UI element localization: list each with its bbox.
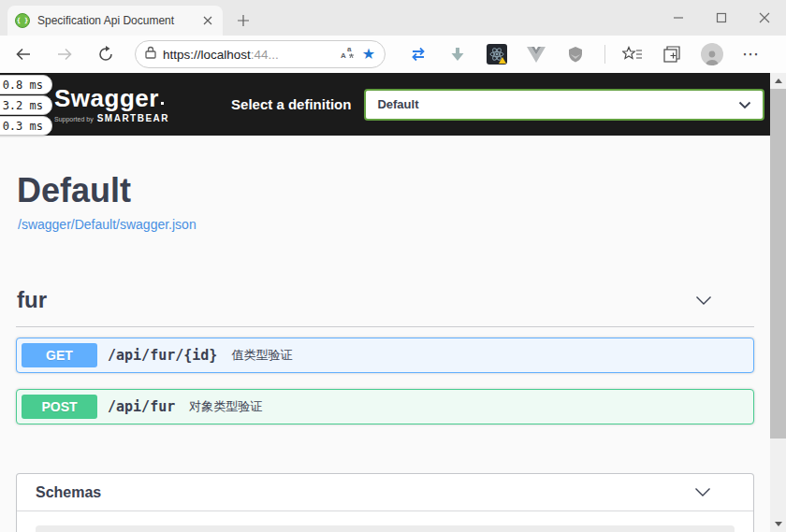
window-minimize-icon[interactable] [657, 0, 700, 36]
schemas-title: Schemas [36, 484, 101, 501]
operation-row-get[interactable]: GET /api/fur/{id} 值类型验证 [16, 338, 754, 373]
new-tab-button[interactable] [232, 9, 255, 32]
tab-title: Specification Api Document [37, 14, 193, 27]
spec-json-link[interactable]: /swagger/Default/swagger.json [18, 217, 196, 232]
schemas-header[interactable]: Schemas [17, 474, 753, 511]
operation-description: 值类型验证 [231, 347, 292, 364]
browser-tab[interactable]: { } Specification Api Document [7, 6, 223, 36]
profile-avatar[interactable] [701, 43, 723, 65]
swagger-logo-text: Swagger [54, 84, 159, 112]
window-controls [657, 0, 786, 36]
page-title: Default [17, 171, 754, 210]
collections-icon[interactable] [662, 44, 682, 65]
favorite-star-icon[interactable]: ★ [362, 47, 375, 62]
schemas-section: Schemas [16, 473, 754, 532]
definition-select-value: Default [377, 97, 738, 111]
address-bar[interactable]: https://localhost:44... a A ★ [135, 40, 386, 68]
svg-text:a: a [347, 45, 352, 53]
perf-badge: 0.3 ms [0, 116, 52, 136]
smartbear-brand: SMARTBEAR [97, 114, 169, 123]
schemas-chevron-down-icon[interactable] [694, 487, 711, 497]
swagger-logo-tm-dot [161, 102, 164, 105]
lock-icon[interactable] [145, 46, 156, 63]
operation-path: /api/fur/{id} [108, 347, 217, 364]
page-scrollbar[interactable] [770, 73, 786, 532]
select-definition-label: Select a definition [231, 96, 351, 112]
favorites-bar-icon[interactable] [622, 44, 643, 65]
tag-title: fur [17, 287, 47, 313]
browser-titlebar: { } Specification Api Document [0, 0, 786, 36]
back-icon[interactable] [9, 40, 37, 68]
refresh-icon[interactable] [92, 40, 120, 68]
shield-extension-icon[interactable] [565, 44, 586, 65]
scrollbar-down-arrow-icon[interactable] [770, 516, 786, 532]
performance-badges: 0.8 ms 3.2 ms 0.3 ms [0, 75, 52, 137]
react-devtools-icon[interactable] [487, 44, 507, 65]
swagger-logo: Swagger Supported by SMARTBEAR [54, 86, 169, 123]
method-badge-post: POST [22, 395, 97, 419]
perf-badge: 3.2 ms [0, 95, 52, 115]
window-close-icon[interactable] [743, 0, 786, 36]
react-warning-badge [499, 57, 506, 64]
swagger-topbar: Swagger Supported by SMARTBEAR Select a … [0, 73, 770, 136]
operation-description: 对象类型验证 [189, 398, 262, 415]
translate-icon[interactable]: a A [341, 45, 356, 64]
extension-icons [408, 44, 586, 65]
perf-badge: 0.8 ms [0, 75, 52, 94]
toolbar-right: ⋯ [622, 43, 760, 65]
window-maximize-icon[interactable] [700, 0, 743, 36]
settings-more-icon[interactable]: ⋯ [742, 44, 760, 65]
tab-close-icon[interactable] [200, 13, 215, 28]
toolbar-divider [604, 45, 605, 64]
browser-toolbar: https://localhost:44... a A ★ [0, 36, 786, 73]
vue-devtools-icon[interactable] [526, 44, 546, 65]
select-chevron-down-icon [738, 96, 751, 113]
definition-select[interactable]: Default [364, 89, 764, 121]
swagger-favicon-icon: { } [15, 13, 30, 28]
tag-chevron-down-icon[interactable] [695, 295, 712, 306]
method-badge-get: GET [22, 343, 97, 367]
swagger-page: Default /swagger/Default/swagger.json fu… [0, 171, 770, 532]
tag-section-fur[interactable]: fur [16, 287, 754, 327]
sync-extension-icon[interactable] [408, 44, 429, 65]
download-extension-icon[interactable] [447, 44, 468, 65]
forward-icon[interactable] [51, 40, 79, 68]
schemas-body [17, 511, 753, 532]
operation-row-post[interactable]: POST /api/fur 对象类型验证 [16, 389, 754, 424]
url-text[interactable]: https://localhost:44... [163, 48, 334, 62]
schema-model-row[interactable] [36, 525, 735, 532]
operation-path: /api/fur [108, 398, 175, 415]
svg-text:A: A [341, 51, 346, 60]
supported-by-label: Supported by [54, 116, 94, 122]
scrollbar-thumb[interactable] [770, 89, 786, 439]
scrollbar-up-arrow-icon[interactable] [770, 73, 786, 89]
